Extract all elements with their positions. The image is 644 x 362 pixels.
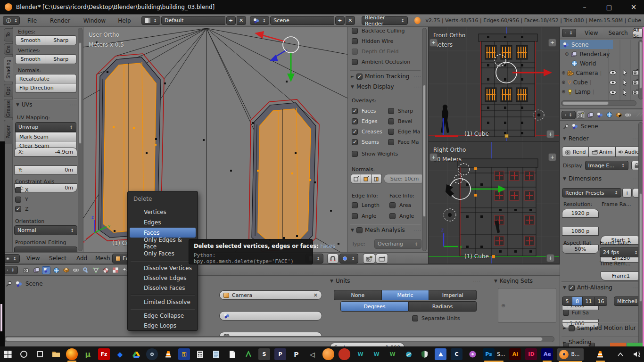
separate-units-checkbox[interactable] (412, 315, 418, 321)
smb-checkbox[interactable] (569, 325, 575, 331)
expand-icon[interactable]: ⊕ (561, 89, 565, 94)
app-shell-icon[interactable] (403, 348, 414, 360)
menu-help[interactable]: Help (115, 17, 133, 24)
app-w2-icon[interactable]: W (371, 348, 382, 360)
dropbox-icon[interactable]: ◆ (114, 348, 126, 360)
dimensions-panel-title[interactable]: Dimensions (569, 175, 602, 182)
y-offset-field[interactable]: Y:0m (14, 165, 77, 174)
layout-close-button[interactable]: ✕ (237, 16, 246, 25)
orientation-dropdown[interactable]: Normal↕ (14, 225, 77, 235)
outliner-menu-search[interactable]: Search (605, 30, 630, 36)
right-corner-plus-bottom[interactable]: + (546, 254, 554, 262)
full-sample-checkbox[interactable] (563, 310, 569, 316)
expand-icon[interactable]: ⊕ (561, 70, 565, 75)
tray-volume-icon[interactable] (631, 348, 643, 360)
photoshop-task-button[interactable]: Ps S... (483, 348, 505, 360)
mark-seam-button[interactable]: Mark Seam (15, 132, 76, 141)
render-collapse-icon[interactable]: ▼ (563, 136, 566, 141)
bottom-tab-material[interactable] (101, 266, 110, 274)
outliner-editor-selector[interactable]: ↕ (562, 29, 576, 37)
props-breadcrumb[interactable]: Scene (581, 123, 598, 130)
units-radians-button[interactable]: Radians (409, 301, 477, 312)
app-w1-icon[interactable]: W (355, 348, 366, 360)
aa-samples-5[interactable]: 5 (562, 296, 572, 306)
bottom-breadcrumb[interactable]: Scene (25, 280, 43, 287)
gdrive-icon[interactable] (130, 348, 142, 360)
axis-x-checkbox[interactable] (15, 187, 21, 193)
tab-create[interactable]: Cre (4, 43, 13, 55)
menu-item-edge-loops[interactable]: Edge Loops (130, 321, 196, 330)
vertex-normals-toggle[interactable] (351, 174, 361, 183)
bottom-tab-render[interactable] (22, 266, 31, 274)
face-area-checkbox[interactable] (389, 202, 396, 208)
vertices-smooth-button[interactable]: Smooth (15, 54, 46, 64)
motion-tracking-checkbox[interactable] (356, 74, 363, 80)
flip-direction-button[interactable]: Flip Direction (15, 83, 76, 93)
scene-selector-icon[interactable]: ↕ (250, 16, 270, 25)
bottom-tab-data[interactable] (91, 266, 100, 274)
viewport-menu-mesh[interactable]: Mesh (92, 255, 113, 262)
edge-length-checkbox[interactable] (352, 202, 358, 208)
restriction-toggles[interactable] (609, 69, 642, 98)
maximize-button[interactable]: □ (599, 4, 619, 11)
render-opengl-button[interactable] (363, 254, 375, 263)
viewport-front-ortho[interactable]: Front Ortho Meters (1) Cube + + + (428, 27, 560, 141)
task-view-icon[interactable] (34, 348, 46, 360)
units-degrees-button[interactable]: Degrees (340, 301, 409, 312)
menu-file[interactable]: File (25, 17, 40, 24)
bottom-tab-render-layers[interactable] (32, 266, 41, 274)
creases-overlay-checkbox[interactable] (352, 129, 358, 135)
mesh-display-collapse-icon[interactable]: ▼ (351, 84, 354, 89)
start-button[interactable] (2, 348, 14, 360)
viewport-menu-select[interactable]: Select (46, 255, 69, 262)
units-metric-button[interactable]: Metric (382, 290, 429, 300)
add-keying-set-icon[interactable]: ⊕ (501, 303, 505, 309)
viewport-editor-selector[interactable]: ↕ (3, 254, 20, 263)
outliner-menu-view[interactable]: View (582, 30, 601, 36)
frame-step-field[interactable]: Fram:1 (601, 272, 641, 280)
tab-shading[interactable]: Shading (4, 57, 13, 82)
menu-render[interactable]: Render (47, 17, 73, 24)
pin-icon[interactable] (563, 123, 569, 130)
units-none-button[interactable]: None (334, 290, 382, 300)
tab-grease[interactable]: Grease (4, 99, 13, 118)
viewport-right-ortho[interactable]: z y Right Ortho 10 Meters (1) Cube + + + (428, 141, 560, 264)
preset-add-button[interactable]: + (622, 188, 632, 197)
snap-toggle-button[interactable] (327, 254, 339, 263)
document-icon[interactable] (226, 348, 238, 360)
face-marks-checkbox[interactable] (388, 139, 394, 145)
props-tab-scene[interactable] (595, 111, 604, 119)
aa-samples-8[interactable]: 8 (572, 296, 583, 306)
loose-normals-toggle[interactable] (361, 174, 372, 183)
toolshelf-scrollbar[interactable] (78, 28, 83, 251)
show-weights-checkbox[interactable] (352, 151, 358, 157)
backface-culling-checkbox[interactable] (352, 28, 358, 34)
illustrator-icon[interactable]: Ai (509, 348, 521, 360)
snap-element-dropdown[interactable]: ↕ (339, 254, 358, 263)
menu-item-only-faces[interactable]: Only Faces (130, 248, 196, 258)
render-panel-title[interactable]: Render (569, 135, 589, 142)
keying-collapse-icon[interactable]: ▼ (494, 279, 497, 283)
render-anim-opengl-button[interactable] (376, 254, 388, 263)
props-tab-render-layers[interactable] (586, 111, 594, 119)
normals-size-field[interactable]: Size: 10cm (384, 174, 425, 183)
file-explorer-icon[interactable] (50, 348, 62, 360)
right-corner-plus-left[interactable]: + (429, 153, 438, 161)
props-tab-constraints[interactable] (624, 111, 632, 119)
props-tab-world[interactable] (605, 111, 613, 119)
edge-angle-checkbox[interactable] (352, 213, 358, 219)
app-disc-icon[interactable] (467, 348, 479, 360)
mesh-analysis-collapse-icon[interactable]: ▼ (351, 228, 354, 232)
aftereffects-icon[interactable]: Ae (541, 348, 553, 360)
close-button[interactable]: × (623, 3, 644, 11)
blender-tray-icon[interactable] (322, 348, 334, 360)
motion-tracking-collapse-icon[interactable]: ► (351, 74, 354, 79)
resolution-x-field[interactable]: 1920 p (562, 209, 599, 218)
tab-options[interactable]: Opti (4, 84, 13, 97)
smb-collapse-icon[interactable]: ► (563, 326, 566, 330)
props-editor-selector[interactable]: ↕ (561, 111, 576, 119)
header-resize-corner[interactable]: ⟋⟋ (636, 112, 643, 118)
bottom-tab-constraints[interactable] (72, 266, 80, 274)
keying-panel-title[interactable]: Keying Sets (500, 278, 533, 284)
app-c-icon[interactable]: C (451, 348, 462, 360)
